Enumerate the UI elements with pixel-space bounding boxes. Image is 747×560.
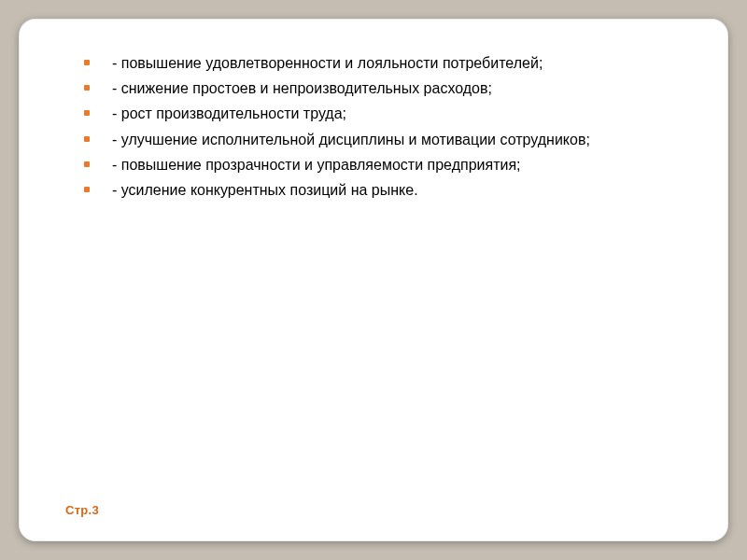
page-number: Стр.3	[65, 503, 682, 517]
slide-frame: - повышение удовлетворенности и лояльнос…	[19, 19, 728, 541]
bullet-item: - повышение удовлетворенности и лояльнос…	[84, 52, 682, 74]
bullet-item: - снижение простоев и непроизводительных…	[84, 77, 682, 99]
bullet-item: - улучшение исполнительной дисциплины и …	[84, 129, 682, 150]
bullet-item: - повышение прозрачности и управляемости…	[84, 154, 682, 175]
slide-content: - повышение удовлетворенности и лояльнос…	[65, 52, 682, 503]
bullet-item: - усиление конкурентных позиций на рынке…	[84, 179, 682, 201]
bullet-item: - рост производительности труда;	[84, 103, 682, 124]
bullet-list: - повышение удовлетворенности и лояльнос…	[65, 52, 682, 201]
